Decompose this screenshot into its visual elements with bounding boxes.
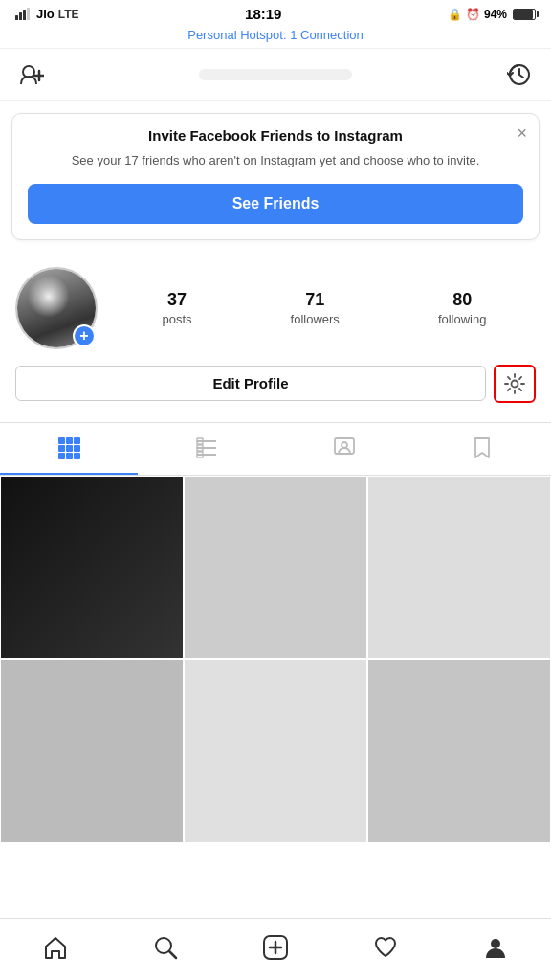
- svg-line-27: [169, 951, 176, 958]
- username-display: [199, 69, 352, 80]
- top-nav: [0, 49, 551, 101]
- bottom-nav-profile[interactable]: [473, 928, 518, 967]
- svg-rect-3: [27, 8, 30, 20]
- svg-rect-12: [58, 445, 65, 452]
- stat-posts[interactable]: 37 posts: [163, 290, 192, 326]
- status-time: 18:19: [245, 6, 281, 22]
- hotspot-label: Personal Hotspot: 1 Connection: [187, 28, 364, 42]
- photo-cell[interactable]: [367, 476, 551, 659]
- stat-followers[interactable]: 71 followers: [291, 290, 340, 326]
- tab-tagged[interactable]: [276, 423, 413, 475]
- lock-icon: 🔒: [448, 8, 462, 21]
- settings-button[interactable]: [494, 365, 536, 403]
- add-friend-button[interactable]: [15, 60, 48, 89]
- followers-count: 71: [305, 290, 324, 310]
- svg-rect-9: [58, 437, 65, 444]
- followers-label: followers: [291, 312, 340, 326]
- status-right: 🔒 ⏰ 94%: [448, 8, 536, 21]
- svg-rect-0: [15, 15, 18, 20]
- signal-bars: [15, 8, 33, 20]
- status-left: Jio LTE: [15, 7, 79, 21]
- avatar-wrapper: +: [15, 267, 98, 349]
- tab-saved[interactable]: [413, 423, 551, 475]
- battery-icon: [513, 9, 536, 20]
- tab-list[interactable]: [138, 423, 276, 475]
- svg-rect-11: [74, 437, 80, 444]
- invite-subtitle: See your 17 friends who aren't on Instag…: [28, 151, 523, 170]
- photo-cell[interactable]: [0, 476, 184, 659]
- bottom-nav-heart[interactable]: [363, 928, 408, 967]
- see-friends-button[interactable]: See Friends: [28, 184, 523, 224]
- stat-following[interactable]: 80 following: [438, 290, 487, 326]
- photo-grid: [0, 476, 551, 843]
- svg-rect-17: [74, 453, 80, 459]
- profile-section: + 37 posts 71 followers 80 following Edi…: [0, 252, 551, 414]
- profile-actions: Edit Profile: [15, 365, 536, 403]
- invite-banner: × Invite Facebook Friends to Instagram S…: [11, 113, 540, 240]
- alarm-icon: ⏰: [466, 8, 480, 21]
- photo-cell[interactable]: [367, 659, 551, 843]
- photo-cell[interactable]: [0, 659, 184, 843]
- profile-top: + 37 posts 71 followers 80 following: [15, 267, 536, 349]
- hotspot-bar: Personal Hotspot: 1 Connection: [0, 26, 551, 49]
- battery-label: 94%: [484, 8, 507, 21]
- bottom-nav: [0, 918, 551, 980]
- network-label: LTE: [58, 8, 79, 21]
- svg-rect-1: [19, 12, 22, 20]
- bottom-nav-home[interactable]: [33, 928, 78, 967]
- invite-close-button[interactable]: ×: [517, 123, 527, 144]
- username-area: [48, 69, 503, 80]
- invite-title: Invite Facebook Friends to Instagram: [28, 127, 523, 144]
- tabs-row: [0, 422, 551, 476]
- history-button[interactable]: [503, 58, 536, 91]
- status-bar: Jio LTE 18:19 🔒 ⏰ 94%: [0, 0, 551, 26]
- svg-point-8: [512, 380, 518, 387]
- avatar-plus-icon[interactable]: +: [73, 324, 96, 347]
- following-label: following: [438, 312, 487, 326]
- photo-cell[interactable]: [184, 659, 367, 843]
- posts-count: 37: [167, 290, 187, 310]
- svg-rect-14: [74, 445, 80, 452]
- carrier-label: Jio: [36, 7, 55, 21]
- posts-label: posts: [163, 312, 192, 326]
- svg-rect-16: [66, 453, 73, 459]
- tab-grid[interactable]: [0, 423, 138, 475]
- svg-rect-13: [66, 445, 73, 452]
- svg-rect-15: [58, 453, 65, 459]
- svg-rect-2: [23, 10, 26, 20]
- svg-rect-10: [66, 437, 73, 444]
- svg-point-31: [491, 939, 500, 948]
- bottom-nav-add[interactable]: [253, 928, 298, 967]
- photo-cell[interactable]: [184, 476, 367, 659]
- profile-stats: 37 posts 71 followers 80 following: [113, 290, 536, 326]
- bottom-nav-search[interactable]: [143, 928, 188, 967]
- svg-rect-24: [335, 438, 354, 454]
- edit-profile-button[interactable]: Edit Profile: [15, 366, 486, 401]
- following-count: 80: [452, 290, 472, 310]
